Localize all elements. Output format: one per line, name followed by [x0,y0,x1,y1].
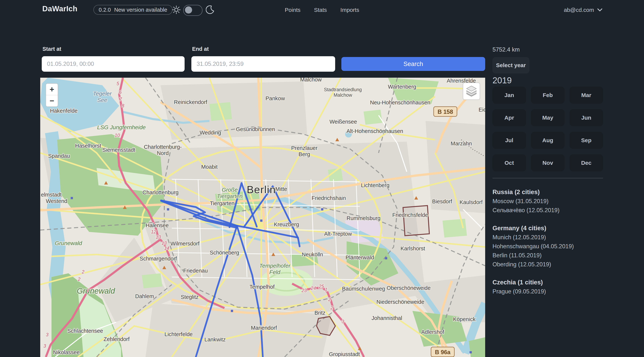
map-label: Gropiusstadt [329,351,360,357]
zoom-in-button[interactable]: + [46,84,58,95]
map-label: Baumschulenweg [342,286,385,292]
month-button-nov[interactable]: Nov [531,154,564,171]
map-label: Reinickendorf [174,99,207,105]
exit-number: 14 [164,245,169,251]
month-button-oct[interactable]: Oct [492,154,526,171]
map-label: Grunewald [55,240,82,246]
map-label: Niederschöneweide [376,299,424,305]
month-button-feb[interactable]: Feb [531,87,564,104]
map-label: Mariendorf [251,325,277,331]
map-label: Rummelsburg [346,215,381,221]
exit-number: 2 [328,297,331,302]
month-button-may[interactable]: May [531,109,564,126]
map-label: Nikolassee [53,349,80,355]
map-label: Wedding [200,130,221,136]
map-label: Neu-Hohenschönhausen [370,100,430,106]
exit-number: 13 [156,234,161,240]
total-distance: 5752.4 km [492,46,520,53]
layers-icon [466,85,478,97]
map-label: Gesundbrunnen [236,126,275,132]
map-label: Pankow [266,95,285,101]
main-nav: Points Stats Imports [285,0,359,20]
exit-number: 1 [325,287,328,292]
countries-list: Russia (2 cities)Moscow (31.05.2019)Сель… [492,187,624,296]
city-item: Berlin (11.05.2019) [492,251,624,260]
month-button-aug[interactable]: Aug [531,132,564,149]
map-label: Eiche [478,107,485,113]
map-zoom-control: + − [46,83,58,107]
start-at-label: Start at [42,46,61,52]
exit-number: 10 [115,133,120,138]
map-label: Siemensstadt [102,147,135,153]
map-label: Weißensee [330,119,357,125]
map-label: Johannisthal [372,315,402,321]
app-logo[interactable]: DaWarIch [42,5,78,13]
map-label: Steglitz [181,294,198,300]
nav-points[interactable]: Points [285,7,300,13]
country-name: Germany (4 cities) [492,223,624,233]
map-label: Friedrichshain [312,195,346,201]
map-label: Grunewald [77,286,115,295]
city-item: Сельвачёво (12.05.2019) [492,206,624,215]
exit-number: 12 [151,229,156,234]
theme-toggle[interactable] [183,5,202,16]
map-label: Alt-Treptow [324,231,352,237]
zoom-out-button[interactable]: − [46,95,58,107]
month-button-jul[interactable]: Jul [492,132,526,149]
map-label: Biesdorf [432,198,452,204]
map-label: Tiergarten [210,200,234,206]
map-label: Kaulsdorf [460,199,483,205]
map-label: Plänterwald [346,254,374,260]
map-label: Dahlem [135,293,154,299]
chevron-down-icon [597,8,603,12]
moon-icon [206,5,214,15]
end-at-label: End at [192,46,209,52]
month-button-jun[interactable]: Jun [570,109,603,126]
city-item: Munich (12.05.2019) [492,233,624,242]
months-grid: JanFebMarAprMayJunJulAugSepOctNovDec [492,87,603,171]
map-label: Westend [46,198,67,204]
map-label: Hakenfelde [50,108,78,114]
map-label: Spandau [48,153,70,159]
exit-number: 7 [119,97,122,102]
map-label: LSG Jungfernheide [97,124,146,130]
road-badge-label: B 96a [435,349,450,355]
exit-number: 5 [116,81,119,86]
month-button-jan[interactable]: Jan [492,87,526,104]
layers-control[interactable] [463,83,480,100]
city-item: Moscow (31.05.2019) [492,197,624,206]
map-label: Friedrichsfelde [392,212,428,218]
map[interactable]: 56789101213131422332324251223B 158B 96aT… [40,78,485,357]
nav-stats[interactable]: Stats [314,7,327,13]
city-item: Hohenschwangau (04.05.2019) [492,242,624,251]
map-label: Mitte [276,186,287,192]
map-label: Wilmersdorf [170,241,200,247]
map-label: Lankwitz [204,336,226,342]
month-button-dec[interactable]: Dec [570,154,603,171]
year-heading: 2019 [492,75,512,85]
end-at-input[interactable] [191,56,335,72]
map-label: Kreuzberg [274,221,299,227]
month-button-apr[interactable]: Apr [492,109,526,126]
map-label: Alt-Hohenschönhausen [346,128,403,134]
nav-imports[interactable]: Imports [340,7,359,13]
map-label: Lichtenberg [361,182,390,188]
road-badge-label: B 158 [438,109,453,115]
city-item: Oberding (12.05.2019) [492,260,624,269]
version-badge[interactable]: 0.2.0 New version available [94,5,172,15]
search-button[interactable]: Search [341,57,485,71]
map-label: Schlachtensee [67,328,103,334]
map-label: Zehlendorf [104,336,130,342]
month-button-mar[interactable]: Mar [570,87,603,104]
map-label: Schmargendorf [140,256,177,262]
select-year-button[interactable]: Select year [492,57,529,73]
map-label: Neukölln [302,251,323,257]
month-button-sep[interactable]: Sep [570,132,603,149]
exit-number: 13 [162,240,167,246]
map-svg: 56789101213131422332324251223B 158B 96aT… [40,78,485,357]
exit-number: 25 [318,284,324,289]
start-at-input[interactable] [42,56,184,72]
user-menu[interactable]: ab@cd.com [564,0,603,20]
map-label: Berlin [246,184,276,195]
exit-number: 2 [82,269,84,274]
